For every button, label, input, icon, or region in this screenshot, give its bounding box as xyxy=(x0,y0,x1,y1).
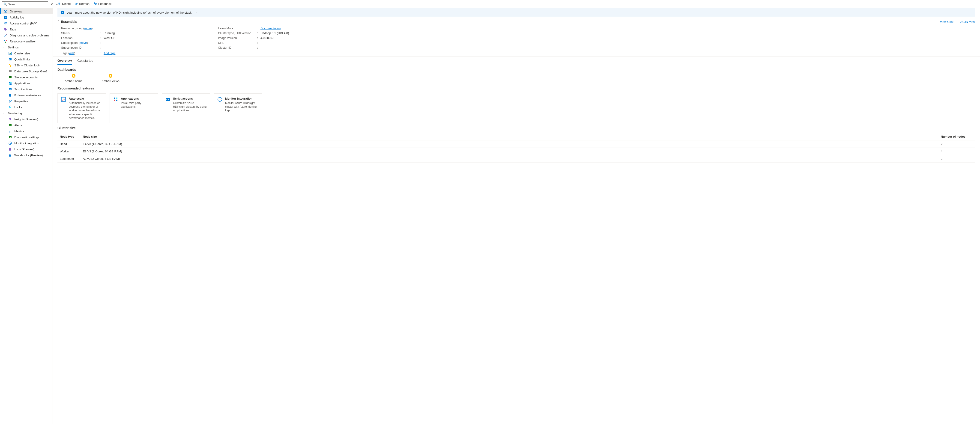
cluster-size-icon xyxy=(8,51,12,55)
svg-point-10 xyxy=(5,42,6,43)
sidebar-item-overview[interactable]: Overview xyxy=(0,8,52,14)
sidebar-item-applications[interactable]: Applications xyxy=(0,80,52,86)
ambari-icon xyxy=(108,74,113,78)
essentials-toggle[interactable]: ⌃ Essentials xyxy=(57,20,77,24)
cluster-size-title: Cluster size xyxy=(57,126,975,130)
svg-rect-34 xyxy=(9,131,10,133)
sidebar-item-logs[interactable]: Logs (Preview) xyxy=(0,146,52,152)
ess-location: Location:West US xyxy=(61,35,209,40)
ess-value: 4.0.3000.1 xyxy=(261,36,366,40)
svg-rect-29 xyxy=(9,100,10,101)
search-input[interactable] xyxy=(8,3,46,6)
cell: 4 xyxy=(941,149,973,153)
delete-button[interactable]: 🗑Delete xyxy=(57,2,71,6)
refresh-button[interactable]: ⟳Refresh xyxy=(75,2,90,6)
ess-value xyxy=(261,46,366,49)
alerts-icon xyxy=(8,123,12,127)
add-tags-link[interactable]: Add tags xyxy=(103,51,115,55)
ess-value xyxy=(103,27,209,30)
sidebar-group-monitoring[interactable]: ⌄ Monitoring xyxy=(0,110,52,116)
sidebar-item-locks[interactable]: Locks xyxy=(0,104,52,110)
sidebar-item-data-lake[interactable]: Data Lake Storage Gen1 xyxy=(0,68,52,74)
sidebar-label: Data Lake Storage Gen1 xyxy=(14,70,48,73)
card-script-actions[interactable]: Script actionsCustomize Azure HDInsight … xyxy=(162,94,210,123)
documentation-link[interactable]: Documentation xyxy=(261,27,280,30)
sidebar-item-external-metastores[interactable]: External metastores xyxy=(0,92,52,98)
edit-tags-link[interactable]: edit xyxy=(69,51,74,55)
sidebar-group-settings[interactable]: ⌄ Settings xyxy=(0,44,52,50)
ess-resource-group: Resource group (move): xyxy=(61,26,209,31)
dashboard-ambari-views[interactable]: Ambari views xyxy=(99,74,122,83)
resource-visualizer-icon xyxy=(4,40,7,43)
ess-label: Image version xyxy=(218,36,257,40)
properties-icon xyxy=(8,99,12,103)
sidebar-label: Metrics xyxy=(14,130,24,133)
svg-rect-30 xyxy=(10,102,11,102)
th-node-type: Node type xyxy=(60,135,83,138)
ess-value xyxy=(103,41,209,44)
collapse-sidebar-icon[interactable]: « xyxy=(56,3,59,6)
svg-rect-49 xyxy=(116,97,118,99)
features-section: Recommended features xyxy=(53,84,980,94)
search-box[interactable]: 🔍 xyxy=(2,2,48,7)
sidebar-item-insights[interactable]: Insights (Preview) xyxy=(0,116,52,122)
svg-rect-19 xyxy=(9,76,11,77)
script-icon xyxy=(8,87,12,91)
move-link[interactable]: move xyxy=(84,27,92,30)
dashboard-ambari-home[interactable]: Ambari home xyxy=(62,74,85,83)
card-desc: Monitor Azure HDInsight cluster with Azu… xyxy=(225,101,259,113)
ess-value: Documentation xyxy=(261,27,366,30)
tab-overview[interactable]: Overview xyxy=(57,59,72,65)
sidebar-item-diagnose[interactable]: Diagnose and solve problems xyxy=(0,32,52,38)
sidebar-item-access-control[interactable]: Access control (IAM) xyxy=(0,20,52,26)
view-cost-link[interactable]: View Cost xyxy=(940,20,953,24)
sidebar-item-script-actions[interactable]: Script actions xyxy=(0,86,52,92)
cell: 3 xyxy=(941,157,973,160)
sidebar-label: Overview xyxy=(10,10,22,13)
sidebar-label: Locks xyxy=(14,106,22,109)
card-desc: Customize Azure HDInsight clusters by us… xyxy=(173,101,207,113)
essentials-links: View Cost JSON View xyxy=(940,20,975,24)
cluster-size-section: Cluster size xyxy=(53,123,980,133)
sidebar-item-monitor-integration[interactable]: Monitor integration xyxy=(0,140,52,146)
clear-search-icon[interactable]: ✕ xyxy=(49,3,54,6)
sidebar-item-resource-visualizer[interactable]: Resource visualizer xyxy=(0,38,52,44)
sidebar-item-metrics[interactable]: Metrics xyxy=(0,128,52,134)
cell: 2 xyxy=(941,142,973,146)
sidebar: 🔍 ✕ « Overview Activity log Access contr… xyxy=(0,0,53,424)
card-desc: Install third party applications. xyxy=(121,101,154,109)
sidebar-item-quota-limits[interactable]: Quota limits xyxy=(0,56,52,62)
search-icon: 🔍 xyxy=(3,3,7,6)
sidebar-item-properties[interactable]: Properties xyxy=(0,98,52,104)
sidebar-item-cluster-size[interactable]: Cluster size xyxy=(0,50,52,56)
sidebar-item-storage[interactable]: Storage accounts xyxy=(0,74,52,80)
tab-get-started[interactable]: Get started xyxy=(77,59,93,65)
card-auto-scale[interactable]: Auto scaleAutomatically increase or decr… xyxy=(57,94,106,123)
sidebar-label: Activity log xyxy=(10,16,24,19)
ess-status: Status:Running xyxy=(61,31,209,35)
sidebar-label: Applications xyxy=(14,82,30,85)
card-monitor-integration[interactable]: Monitor integrationMonitor Azure HDInsig… xyxy=(214,94,262,123)
card-body: Script actionsCustomize Azure HDInsight … xyxy=(173,97,207,113)
sidebar-label: Diagnostic settings xyxy=(14,136,40,139)
sidebar-item-alerts[interactable]: Alerts xyxy=(0,122,52,128)
ess-label: Resource group (move) xyxy=(61,27,100,30)
svg-rect-47 xyxy=(61,97,65,102)
card-applications[interactable]: ApplicationsInstall third party applicat… xyxy=(110,94,158,123)
info-banner[interactable]: i Learn more about the new version of HD… xyxy=(57,8,975,17)
move-link[interactable]: move xyxy=(80,41,87,44)
diagnose-icon xyxy=(4,33,7,37)
sidebar-item-ssh[interactable]: SSH + Cluster login xyxy=(0,62,52,68)
diagnostic-icon xyxy=(8,135,12,139)
svg-rect-27 xyxy=(10,100,10,103)
sidebar-item-workbooks[interactable]: Workbooks (Preview) xyxy=(0,152,52,158)
cell: E4 V3 (4 Cores, 32 GB RAM) xyxy=(83,142,941,146)
sidebar-item-tags[interactable]: Tags xyxy=(0,26,52,32)
sidebar-item-activity-log[interactable]: Activity log xyxy=(0,14,52,20)
sidebar-item-diagnostic-settings[interactable]: Diagnostic settings xyxy=(0,134,52,140)
dashboards-list: Ambari home Ambari views xyxy=(57,74,975,83)
feedback-button[interactable]: Feedback xyxy=(94,2,111,6)
essentials-right: Learn More:Documentation Cluster type, H… xyxy=(218,26,366,50)
apps-icon xyxy=(113,97,118,102)
json-view-link[interactable]: JSON View xyxy=(960,20,975,24)
